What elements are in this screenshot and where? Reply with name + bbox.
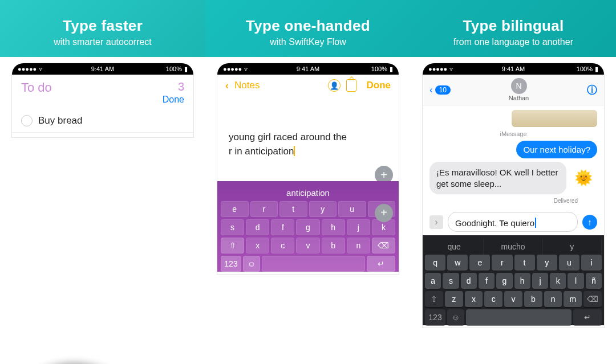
thread-label: iMessage — [429, 130, 597, 137]
hero-subtitle: with SwiftKey Flow — [270, 37, 346, 47]
shift-key[interactable]: ⇧ — [221, 238, 244, 253]
panel-one-handed: Type one-handed with SwiftKey Flow ●●●●●… — [205, 0, 411, 364]
key-y[interactable]: y — [537, 255, 557, 271]
key-f[interactable]: f — [271, 219, 294, 235]
key-j[interactable]: j — [532, 273, 548, 289]
suggestion[interactable]: y — [543, 239, 602, 255]
status-bar: ●●●●● ᯤ 9:41 AM 100%▮ — [12, 63, 193, 75]
key-f[interactable]: f — [479, 273, 495, 289]
key-c[interactable]: c — [484, 291, 502, 307]
info-icon[interactable]: ⓘ — [587, 83, 597, 97]
key-h[interactable]: h — [322, 219, 345, 235]
key-n[interactable]: n — [544, 291, 562, 307]
image-attachment[interactable] — [512, 110, 597, 127]
shift-key[interactable]: ⇧ — [425, 291, 443, 307]
todo-item[interactable]: Buy bread — [12, 109, 193, 133]
contact-header[interactable]: N Nathan — [455, 78, 582, 101]
key-b[interactable]: b — [524, 291, 542, 307]
key-b[interactable]: b — [322, 238, 345, 253]
keyboard-purple[interactable]: + anticipation ertyui sdfghjk ⇧xcvbn⌫ 12… — [217, 181, 399, 272]
key-z[interactable]: z — [445, 291, 463, 307]
status-time: 9:41 AM — [217, 66, 399, 72]
key-d[interactable]: d — [246, 219, 269, 235]
hero-title: Type one-handed — [246, 17, 370, 35]
key-i[interactable]: i — [581, 255, 602, 271]
list-title: To do — [21, 80, 52, 105]
sun-emoji-icon: 🌞 — [574, 169, 593, 187]
add-person-icon[interactable]: 👤 — [328, 79, 341, 92]
plus-icon[interactable]: + — [375, 204, 393, 222]
outgoing-bubble[interactable]: Our next holiday? — [516, 141, 597, 158]
suggestion-bar[interactable]: anticipation — [221, 185, 395, 201]
panel-bilingual: Type bilingual from one language to anot… — [411, 0, 616, 364]
back-button[interactable]: ‹10 — [429, 84, 451, 96]
emoji-key[interactable]: ☺ — [447, 309, 464, 325]
status-bar: ●●●●● ᯤ 9:41 AM 100%▮ — [423, 63, 604, 75]
note-text: young girl raced around the — [229, 132, 347, 142]
key-t[interactable]: t — [514, 255, 535, 271]
note-text: r in anticipation — [229, 146, 294, 157]
suggestion[interactable]: que — [425, 239, 484, 255]
keyboard-dark[interactable]: que mucho y qwertyui asdfghjklñ ⇧zxcvbnm… — [423, 235, 604, 325]
key-y[interactable]: y — [309, 201, 337, 217]
chevron-left-icon: ‹ — [429, 84, 433, 96]
key-u[interactable]: u — [338, 201, 366, 217]
key-j[interactable]: j — [347, 219, 370, 235]
key-ñ[interactable]: ñ — [586, 273, 602, 289]
key-x[interactable]: x — [246, 238, 269, 253]
key-g[interactable]: g — [496, 273, 512, 289]
key-v[interactable]: v — [296, 238, 319, 253]
emoji-key[interactable]: ☺ — [243, 256, 260, 272]
spacebar-key[interactable] — [466, 309, 572, 325]
key-l[interactable]: l — [568, 273, 583, 289]
key-k[interactable]: k — [550, 273, 566, 289]
numbers-key[interactable]: 123 — [221, 256, 241, 272]
key-g[interactable]: g — [296, 219, 319, 235]
key-u[interactable]: u — [559, 255, 579, 271]
hero-banner: Type faster with smarter autocorrect — [0, 0, 205, 57]
key-s[interactable]: s — [443, 273, 459, 289]
message-input[interactable]: Goodnight. Te quiero — [448, 212, 578, 232]
hero-banner: Type bilingual from one language to anot… — [411, 0, 616, 57]
key-c[interactable]: c — [271, 238, 294, 253]
phone-frame: ●●●●● ᯤ 9:41 AM 100%▮ To do 3 Done Buy b… — [11, 63, 194, 138]
status-bar: ●●●●● ᯤ 9:41 AM 100%▮ — [217, 63, 399, 75]
phone-frame: ●●●●● ᯤ 9:41 AM 100%▮ ‹10 N Nathan ⓘ iMe… — [422, 63, 605, 328]
key-t[interactable]: t — [279, 201, 307, 217]
key-w[interactable]: w — [447, 255, 468, 271]
back-label[interactable]: Notes — [234, 80, 260, 91]
key-n[interactable]: n — [347, 238, 370, 253]
suggestion[interactable]: mucho — [484, 239, 542, 255]
suggestion-bar[interactable]: que mucho y — [425, 239, 602, 255]
incoming-bubble[interactable]: ¡Es maravilloso! OK well I better get so… — [429, 162, 566, 194]
avatar: N — [511, 78, 527, 94]
key-q[interactable]: q — [425, 255, 445, 271]
spacebar-key[interactable] — [262, 256, 365, 272]
key-e[interactable]: e — [469, 255, 490, 271]
key-r[interactable]: r — [250, 201, 278, 217]
backspace-key[interactable]: ⌫ — [372, 238, 395, 253]
key-m[interactable]: m — [564, 291, 582, 307]
numbers-key[interactable]: 123 — [425, 309, 445, 325]
done-button[interactable]: Done — [367, 80, 391, 91]
key-v[interactable]: v — [504, 291, 522, 307]
key-s[interactable]: s — [221, 219, 244, 235]
done-button[interactable]: Done — [163, 95, 184, 105]
panel-type-faster: Type faster with smarter autocorrect ●●●… — [0, 0, 205, 364]
hero-banner: Type one-handed with SwiftKey Flow — [205, 0, 411, 57]
key-r[interactable]: r — [492, 255, 512, 271]
backspace-key[interactable]: ⌫ — [583, 291, 602, 307]
key-d[interactable]: d — [461, 273, 477, 289]
radio-icon[interactable] — [21, 115, 33, 126]
share-icon[interactable] — [346, 79, 356, 92]
expand-icon[interactable]: › — [429, 215, 443, 229]
return-key[interactable]: ↵ — [573, 309, 602, 325]
unread-badge: 10 — [435, 85, 451, 95]
key-a[interactable]: a — [425, 273, 441, 289]
key-h[interactable]: h — [514, 273, 530, 289]
send-button[interactable]: ↑ — [582, 215, 597, 230]
return-key[interactable]: ↵ — [367, 256, 395, 272]
back-chevron-icon[interactable]: ‹ — [225, 80, 229, 92]
key-x[interactable]: x — [465, 291, 483, 307]
key-e[interactable]: e — [221, 201, 249, 217]
